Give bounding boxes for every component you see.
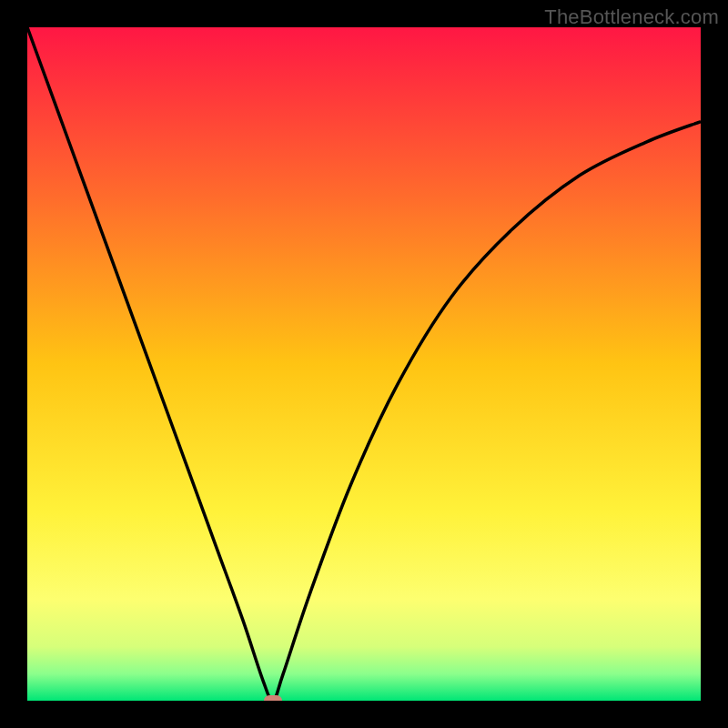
optimum-marker [264, 695, 282, 701]
curve-layer [27, 27, 701, 701]
watermark-text: TheBottleneck.com [544, 5, 719, 29]
plot-area [27, 27, 701, 701]
bottleneck-curve [27, 27, 701, 701]
chart-frame: TheBottleneck.com [0, 0, 728, 728]
